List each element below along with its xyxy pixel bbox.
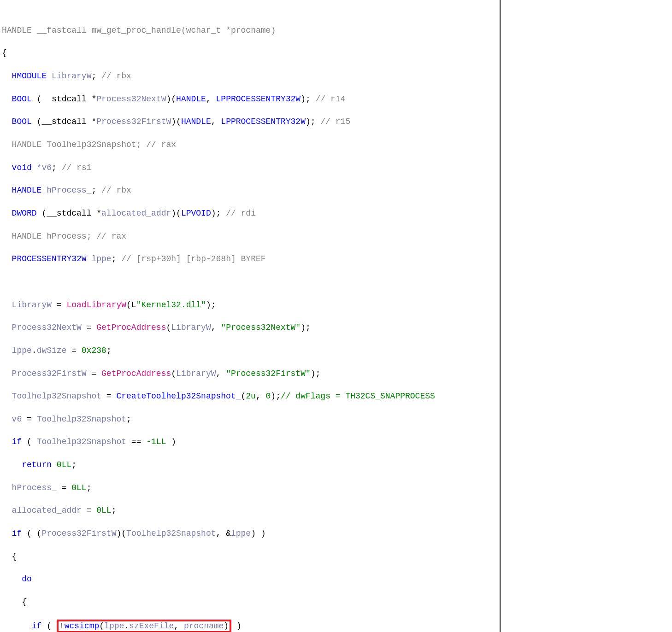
param-type: wchar_t [186,26,221,35]
code-line-9: DWORD (__stdcall *allocated_addr)(LPVOID… [2,208,500,219]
code-line-11: PROCESSENTRY32W lppe; // [rsp+30h] [rbp-… [2,253,500,265]
code-line-1: HANDLE __fastcall mw_get_proc_handle(wch… [2,25,500,36]
code-line-17: Toolhelp32Snapshot = CreateToolhelp32Sna… [2,391,500,402]
decompiled-code-view: { "line1": {"type": "HANDLE", "cc": "__f… [0,0,501,632]
code-line-2: { [2,47,500,59]
param-name: procname [231,26,271,35]
code-line-26: { [2,597,500,608]
calling-convention: __fastcall [37,26,87,35]
code-line-24: { [2,551,500,562]
code-line-3: HMODULE LibraryW; // rbx [2,70,500,82]
return-type: HANDLE [2,26,32,35]
code-line-21: hProcess_ = 0LL; [2,482,500,494]
code-line-6: HANDLE Toolhelp32Snapshot; // rax [2,139,500,151]
code-line-15: lppe.dwSize = 0x238; [2,345,500,357]
highlight-wcsicmp: !wcsicmp(lppe.szExeFile, procname) [57,620,231,632]
code-line-23: if ( (Process32FirstW)(Toolhelp32Snapsho… [2,528,500,539]
function-name: mw_get_proc_handle [91,26,181,35]
code-line-4: BOOL (__stdcall *Process32NextW)(HANDLE,… [2,94,500,105]
code-line-blank [2,276,500,288]
code-line-20: return 0LL; [2,459,500,471]
code-line-10: HANDLE hProcess; // rax [2,231,500,242]
code-line-19: if ( Toolhelp32Snapshot == -1LL ) [2,436,500,448]
code-line-18: v6 = Toolhelp32Snapshot; [2,414,500,425]
code-line-14: Process32NextW = GetProcAddress(LibraryW… [2,322,500,334]
code-line-25: do [2,573,500,585]
code-line-8: HANDLE hProcess_; // rbx [2,185,500,196]
code-line-5: BOOL (__stdcall *Process32FirstW)(HANDLE… [2,116,500,128]
code-line-27: if ( !wcsicmp(lppe.szExeFile, procname) … [2,620,500,632]
code-line-16: Process32FirstW = GetProcAddress(Library… [2,368,500,380]
code-line-7: void *v6; // rsi [2,162,500,174]
code-line-22: allocated_addr = 0LL; [2,505,500,516]
code-line-13: LibraryW = LoadLibraryW(L"Kernel32.dll")… [2,299,500,311]
